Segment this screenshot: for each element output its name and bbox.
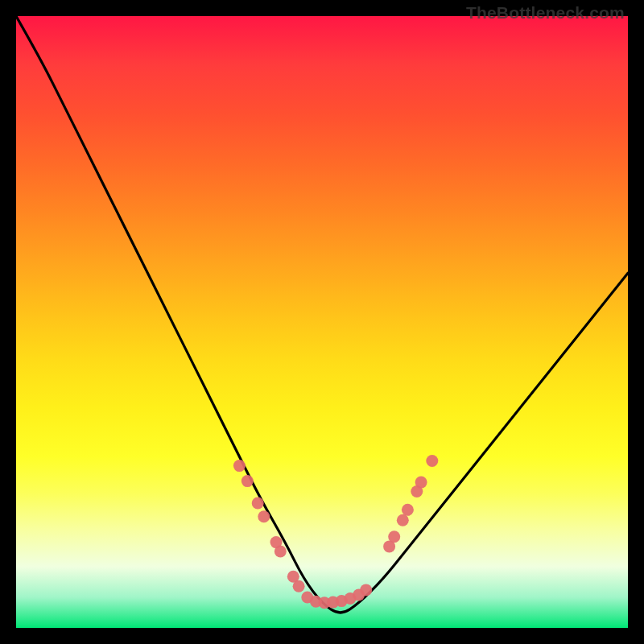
data-dot	[360, 584, 372, 596]
plot-area	[16, 16, 628, 628]
chart-svg	[16, 16, 628, 628]
data-dot	[415, 477, 427, 489]
data-dot	[388, 530, 400, 543]
watermark-text: TheBottleneck.com	[466, 3, 625, 23]
data-dot	[233, 460, 246, 472]
data-dot	[258, 510, 270, 522]
data-dot	[426, 455, 438, 467]
data-dot	[293, 580, 305, 592]
data-dots-group	[233, 455, 438, 609]
bottleneck-curve	[16, 16, 628, 613]
data-dot	[242, 475, 254, 487]
chart-container: TheBottleneck.com	[0, 0, 644, 644]
data-dot	[275, 546, 287, 558]
data-dot	[252, 497, 264, 510]
data-dot	[397, 514, 409, 526]
data-dot	[402, 504, 414, 516]
